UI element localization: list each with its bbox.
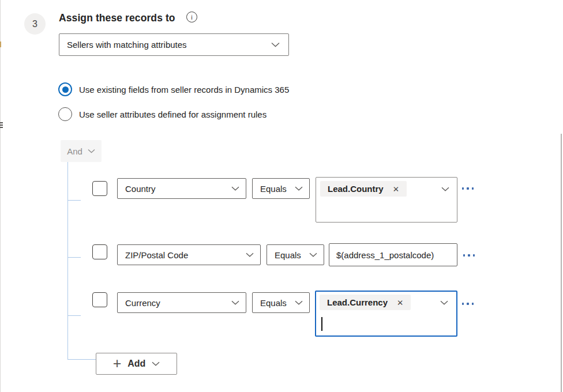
add-button-label: Add <box>127 359 145 369</box>
radio-option-existing-fields[interactable]: Use existing fields from seller records … <box>58 82 289 96</box>
info-icon[interactable]: i <box>186 12 197 22</box>
tree-connector-line <box>67 359 96 360</box>
radio-option-label: Use existing fields from seller records … <box>79 85 289 95</box>
screen-edge-artifact <box>0 122 3 123</box>
operator-dropdown-value: Equals <box>275 250 301 260</box>
field-dropdown[interactable]: Currency <box>117 292 246 313</box>
assignee-dropdown-value: Sellers with matching attributes <box>67 40 187 50</box>
tree-connector-line <box>67 315 81 316</box>
ellipsis-icon <box>462 187 464 190</box>
page-title: Assign these records to <box>59 12 175 24</box>
field-dropdown-value: Country <box>125 184 156 194</box>
assignment-rule-panel: 3 Assign these records to i Sellers with… <box>0 0 563 392</box>
chevron-down-icon <box>231 186 239 191</box>
text-cursor <box>321 317 322 331</box>
chevron-down-icon <box>88 149 95 153</box>
chevron-down-icon <box>152 361 160 366</box>
assignee-dropdown[interactable]: Sellers with matching attributes <box>59 33 289 56</box>
field-dropdown-value: Currency <box>125 298 160 308</box>
scrollbar[interactable] <box>561 134 562 392</box>
chevron-down-icon <box>441 187 449 191</box>
close-icon[interactable]: ✕ <box>393 184 399 194</box>
radio-unselected-icon <box>58 107 72 121</box>
ellipsis-icon <box>463 254 466 257</box>
more-options-button[interactable] <box>460 182 476 195</box>
field-dropdown[interactable]: Country <box>117 178 246 199</box>
chevron-down-icon <box>246 252 254 257</box>
chevron-down-icon <box>440 300 448 305</box>
chevron-down-icon <box>295 300 303 305</box>
radio-selected-icon <box>58 82 72 96</box>
value-combobox[interactable]: Lead.Country ✕ <box>316 177 457 223</box>
more-options-button[interactable] <box>460 297 476 310</box>
chevron-down-icon <box>295 186 303 191</box>
tree-connector-line <box>67 162 68 359</box>
radio-option-seller-attributes[interactable]: Use seller attributes defined for assign… <box>58 107 267 121</box>
add-condition-button[interactable]: + Add <box>96 353 177 375</box>
step-number-badge: 3 <box>24 13 46 35</box>
value-tag: Lead.Currency ✕ <box>320 295 411 310</box>
screen-edge-artifact <box>0 127 3 128</box>
chevron-down-icon <box>271 42 280 47</box>
condition-checkbox[interactable] <box>92 244 107 259</box>
window-edge-line <box>0 0 1 392</box>
operator-dropdown[interactable]: Equals <box>267 244 324 265</box>
screen-edge-artifact <box>0 42 1 47</box>
operator-dropdown-value: Equals <box>260 298 287 308</box>
more-options-button[interactable] <box>461 249 477 262</box>
value-combobox-focused[interactable]: Lead.Currency ✕ <box>315 291 457 337</box>
chevron-down-icon <box>309 252 317 257</box>
value-tag-label: Lead.Country <box>328 184 384 194</box>
value-tag: Lead.Country ✕ <box>320 181 407 197</box>
field-dropdown[interactable]: ZIP/Postal Code <box>117 244 261 265</box>
condition-checkbox[interactable] <box>92 292 107 307</box>
operator-dropdown[interactable]: Equals <box>252 178 310 199</box>
group-operator-dropdown[interactable]: And <box>61 140 102 162</box>
ellipsis-icon <box>462 303 464 305</box>
condition-checkbox[interactable] <box>92 181 107 196</box>
tree-connector-line <box>67 200 81 201</box>
group-operator-value: And <box>67 146 82 156</box>
plus-icon: + <box>113 357 122 369</box>
screen-edge-artifact <box>0 125 3 126</box>
radio-option-label: Use seller attributes defined for assign… <box>79 110 267 119</box>
value-tag-label: Lead.Currency <box>327 297 388 307</box>
chevron-down-icon <box>231 300 239 305</box>
tree-connector-line <box>67 257 81 258</box>
operator-dropdown[interactable]: Equals <box>252 292 310 313</box>
field-dropdown-value: ZIP/Postal Code <box>125 250 188 260</box>
value-text-input[interactable] <box>329 243 457 266</box>
close-icon[interactable]: ✕ <box>397 298 403 307</box>
operator-dropdown-value: Equals <box>260 184 287 194</box>
